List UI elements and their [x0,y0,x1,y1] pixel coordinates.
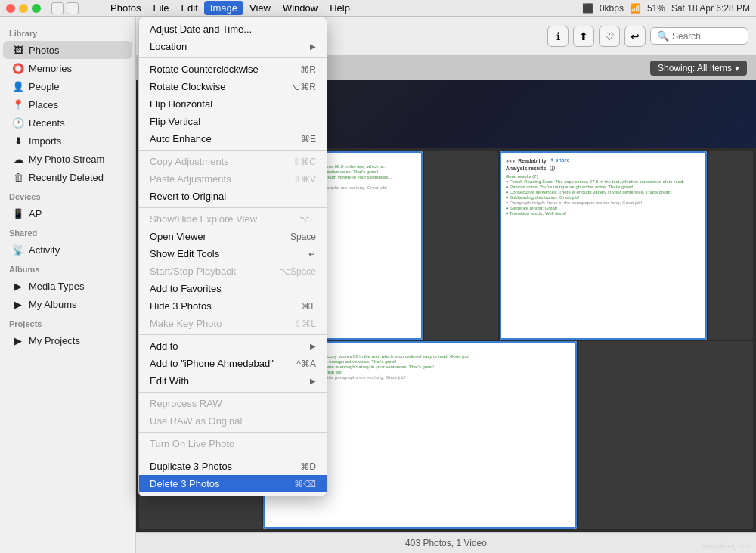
menu-reprocess-raw[interactable]: Reprocess RAW [139,395,327,412]
submenu-arrow-location: ▶ [310,42,316,51]
main-layout: Library 🖼 Photos ⭕ Memories 👤 People 📍 P… [0,17,756,553]
menu-delete-shortcut: ⌘⌫ [294,479,316,489]
menu-make-key-label: Make Key Photo [150,318,222,329]
separator-3 [139,207,327,208]
menu-show-explore[interactable]: Show/Hide Explore View ⌥E [139,210,327,228]
menu-location-label: Location [150,41,187,52]
menu-revert[interactable]: Revert to Original [139,188,327,205]
menu-use-raw[interactable]: Use RAW as Original [139,412,327,430]
menu-open-viewer-shortcut: Space [290,231,316,242]
menu-auto-enhance-label: Auto Enhance [150,133,212,144]
menu-add-to-label: Add to [150,340,178,352]
menu-make-key[interactable]: Make Key Photo ⇧⌘L [139,315,327,332]
menu-rotate-ccw-shortcut: ⌘R [300,64,316,75]
menu-delete[interactable]: Delete 3 Photos ⌘⌫ [139,475,327,492]
menu-start-stop-shortcut: ⌥Space [280,266,316,277]
menu-duplicate-label: Duplicate 3 Photos [150,461,232,472]
submenu-arrow-add-to: ▶ [310,342,316,350]
menu-rotate-cw-shortcut: ⌥⌘R [290,82,316,92]
menu-add-iphone-shortcut: ^⌘A [296,359,316,369]
menu-flip-v-label: Flip Vertical [150,116,200,127]
menu-add-to[interactable]: Add to ▶ [139,337,327,355]
menu-use-raw-label: Use RAW as Original [150,415,242,427]
menu-add-iphone-label: Add to "iPhone Ahmedabad" [150,358,274,369]
menu-rotate-cw[interactable]: Rotate Clockwise ⌥⌘R [139,78,327,95]
menu-adjust-date[interactable]: Adjust Date and Time... [139,20,327,38]
menu-add-favorites[interactable]: Add to Favorites [139,280,327,297]
separator-5 [139,392,327,393]
menu-paste-adj-shortcut: ⇧⌘V [293,174,316,185]
menu-open-viewer[interactable]: Open Viewer Space [139,228,327,245]
menu-show-edit-shortcut: ↵ [308,249,316,259]
menu-auto-enhance[interactable]: Auto Enhance ⌘E [139,130,327,148]
menu-flip-h-label: Flip Horizontal [150,98,212,110]
menu-make-key-shortcut: ⇧⌘L [294,318,316,329]
dropdown-overlay: Adjust Date and Time... Location ▶ Rotat… [0,0,756,553]
menu-flip-v[interactable]: Flip Vertical [139,113,327,130]
separator-6 [139,432,327,433]
menu-start-stop[interactable]: Start/Stop Playback ⌥Space [139,263,327,280]
menu-show-edit[interactable]: Show Edit Tools ↵ [139,245,327,263]
menu-show-explore-shortcut: ⌥E [299,214,316,225]
menu-add-favorites-label: Add to Favorites [150,283,222,294]
menu-live-photo[interactable]: Turn On Live Photo [139,435,327,452]
image-dropdown-menu: Adjust Date and Time... Location ▶ Rotat… [138,17,327,496]
separator-7 [139,455,327,455]
menu-copy-adj[interactable]: Copy Adjustments ⇧⌘C [139,153,327,170]
menu-hide-photos-shortcut: ⌘L [302,301,316,312]
separator-2 [139,150,327,151]
menu-copy-adj-shortcut: ⇧⌘C [293,157,316,167]
menu-adjust-date-label: Adjust Date and Time... [150,23,252,35]
menu-rotate-ccw-label: Rotate Counterclockwise [150,64,259,75]
menu-flip-h[interactable]: Flip Horizontal [139,95,327,113]
menu-rotate-cw-label: Rotate Clockwise [150,81,225,92]
menu-edit-with-label: Edit With [150,375,189,387]
separator-1 [139,57,327,58]
menu-edit-with[interactable]: Edit With ▶ [139,372,327,390]
menu-duplicate-shortcut: ⌘D [300,461,316,472]
menu-hide-photos[interactable]: Hide 3 Photos ⌘L [139,297,327,315]
menu-paste-adj-label: Paste Adjustments [150,173,231,185]
menu-hide-photos-label: Hide 3 Photos [150,300,212,312]
menu-open-viewer-label: Open Viewer [150,231,206,242]
menu-paste-adj[interactable]: Paste Adjustments ⇧⌘V [139,170,327,188]
menu-start-stop-label: Start/Stop Playback [150,266,236,277]
menu-show-explore-label: Show/Hide Explore View [150,213,257,225]
menu-duplicate[interactable]: Duplicate 3 Photos ⌘D [139,458,327,475]
menu-location[interactable]: Location ▶ [139,38,327,55]
menu-revert-label: Revert to Original [150,191,226,202]
menu-rotate-ccw[interactable]: Rotate Counterclockwise ⌘R [139,61,327,78]
submenu-arrow-edit-with: ▶ [310,377,316,385]
menu-reprocess-raw-label: Reprocess RAW [150,398,222,409]
menu-copy-adj-label: Copy Adjustments [150,156,229,167]
menu-live-photo-label: Turn On Live Photo [150,438,234,449]
menu-show-edit-label: Show Edit Tools [150,248,219,259]
menu-add-iphone[interactable]: Add to "iPhone Ahmedabad" ^⌘A [139,355,327,372]
menu-delete-label: Delete 3 Photos [150,478,220,489]
menu-auto-enhance-shortcut: ⌘E [301,134,316,144]
separator-4 [139,334,327,335]
